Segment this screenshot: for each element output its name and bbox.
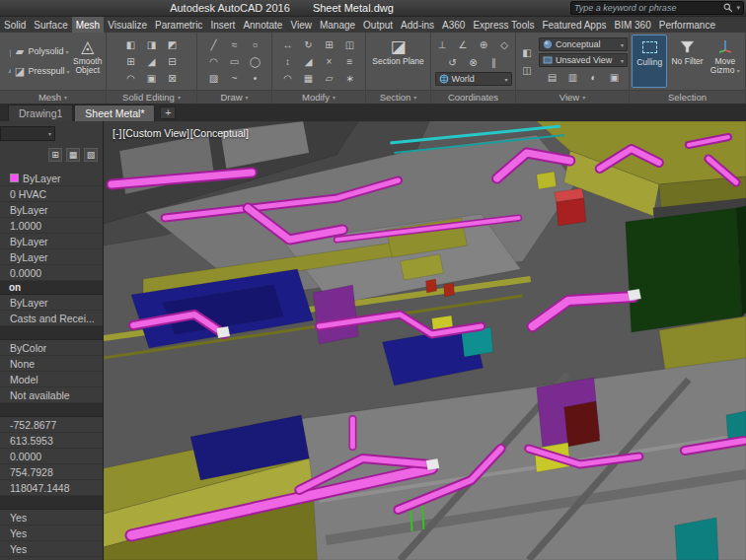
ribbon-tab-parametric[interactable]: Parametric — [151, 17, 206, 33]
extend-icon[interactable]: ≡ — [340, 53, 360, 69]
category-header[interactable] — [0, 496, 103, 510]
ribbon-tab-annotate[interactable]: Annotate — [239, 17, 286, 33]
search-icon[interactable] — [723, 3, 733, 13]
property-row[interactable]: Not available — [0, 387, 103, 403]
interference-check-icon[interactable]: ⊠ — [163, 70, 183, 86]
rectangle-icon[interactable]: ▭ — [225, 53, 245, 69]
culling-button[interactable]: Culling — [632, 35, 667, 88]
ribbon-tab-visualize[interactable]: Visualize — [104, 17, 151, 33]
explode-icon[interactable]: ∗ — [340, 70, 360, 86]
ellipse-icon[interactable]: ◯ — [246, 53, 265, 69]
property-row[interactable]: Yes — [0, 541, 103, 557]
ribbon-tab-performance[interactable]: Performance — [655, 17, 719, 33]
ribbon-tab-insert[interactable]: Insert — [206, 17, 239, 33]
ribbon-tab-add-ins[interactable]: Add-ins — [397, 17, 438, 33]
rotate-icon[interactable]: ↻ — [299, 36, 319, 52]
property-row[interactable]: ByColor — [0, 340, 103, 356]
panel-label-view[interactable]: View ▾ — [516, 90, 629, 104]
stretch-icon[interactable]: ↕ — [278, 53, 298, 69]
search-input[interactable] — [574, 3, 720, 13]
shell-icon[interactable]: ▣ — [142, 70, 162, 86]
category-header[interactable]: on — [0, 281, 103, 295]
ribbon-tab-view[interactable]: View — [286, 17, 316, 33]
panel-label-coordinates[interactable]: Coordinates — [431, 90, 515, 104]
select-objects-icon[interactable]: ▦ — [66, 148, 80, 162]
property-row[interactable]: 118047.1448 — [0, 480, 103, 496]
panel-label-modify[interactable]: Modify ▾ — [272, 90, 365, 104]
hatch-icon[interactable]: ▨ — [204, 70, 224, 86]
ribbon-tab-surface[interactable]: Surface — [30, 17, 71, 33]
property-row[interactable]: ByLayer — [0, 249, 103, 265]
ribbon-tab-mesh[interactable]: Mesh — [72, 17, 104, 33]
property-row[interactable]: ByLayer — [0, 295, 103, 311]
smooth-object-button[interactable]: ◬ Smooth Object — [71, 35, 104, 88]
point-icon[interactable]: • — [246, 70, 265, 86]
property-row[interactable]: 1.0000 — [0, 218, 103, 234]
property-row[interactable]: 0.0000 — [0, 265, 103, 281]
intersect-icon[interactable]: ◩ — [163, 36, 183, 52]
mirror-icon[interactable]: ◫ — [340, 36, 360, 52]
ribbon-tab-output[interactable]: Output — [359, 17, 397, 33]
copy-icon[interactable]: ⊞ — [320, 36, 339, 52]
scale-icon[interactable]: ◢ — [299, 53, 319, 69]
viewport-style-control[interactable]: [Conceptual] — [190, 127, 249, 139]
panel-label-mesh[interactable]: Mesh ▾ — [0, 90, 106, 104]
array-icon[interactable]: ▦ — [299, 70, 319, 86]
ribbon-tab-a360[interactable]: A360 — [438, 17, 469, 33]
trim-icon[interactable]: × — [320, 53, 339, 69]
property-row-color[interactable]: ByLayer — [0, 171, 103, 186]
union-icon[interactable]: ◧ — [121, 36, 141, 52]
viewport-configuration-icon[interactable]: ◫ — [517, 62, 537, 78]
fillet-icon[interactable]: ◠ — [278, 70, 298, 86]
panel-label-solid-editing[interactable]: Solid Editing ▾ — [107, 90, 196, 104]
lights-icon[interactable]: ▣ — [605, 69, 625, 85]
spline-icon[interactable]: ~ — [225, 70, 245, 86]
property-row[interactable]: 754.7928 — [0, 464, 103, 480]
property-row[interactable]: Model — [0, 372, 103, 387]
ribbon-tab-express-tools[interactable]: Express Tools — [469, 17, 538, 33]
arc-icon[interactable]: ◠ — [204, 53, 224, 69]
offset-edges-icon[interactable]: ⊟ — [163, 53, 183, 69]
category-header[interactable] — [0, 403, 103, 417]
visual-styles-manager-icon[interactable]: ▤ — [543, 69, 562, 85]
property-row[interactable]: Yes — [0, 525, 103, 541]
property-row[interactable]: 0.0000 — [0, 449, 103, 464]
category-header[interactable] — [0, 326, 103, 340]
file-tab-sheet-metal[interactable]: Sheet Metal* — [74, 105, 155, 121]
ucs-previous-icon[interactable]: ∠ — [453, 36, 473, 52]
search-menu-chevron-icon[interactable]: ▾ — [736, 4, 740, 12]
property-row-layer[interactable]: 0 HVAC — [0, 186, 103, 202]
named-views-icon[interactable]: ◧ — [517, 44, 537, 60]
ucs-origin-icon[interactable]: ↺ — [443, 54, 463, 70]
drawing-viewport[interactable]: [-] [Custom View] [Conceptual] — [104, 121, 746, 560]
ucs-z-axis-icon[interactable]: ⊗ — [464, 54, 484, 70]
line-icon[interactable]: ╱ — [204, 36, 224, 52]
ucs-world-icon[interactable]: ⊕ — [474, 36, 493, 52]
ucs-view-icon[interactable]: ∥ — [485, 54, 504, 70]
toggle-pickadd-icon[interactable]: ⊞ — [48, 148, 62, 162]
ribbon-tab-manage[interactable]: Manage — [316, 17, 359, 33]
no-filter-button[interactable]: No Filter — [669, 35, 705, 88]
panel-label-selection[interactable]: Selection — [630, 90, 745, 104]
render-icon[interactable]: ▥ — [563, 69, 583, 85]
ribbon-tab-bim-360[interactable]: BIM 360 — [611, 17, 655, 33]
circle-icon[interactable]: ○ — [246, 36, 265, 52]
polysolid-button[interactable]: ▰ Polysolid ▾ — [13, 43, 69, 59]
viewport-view-control[interactable]: [Custom View] — [122, 127, 189, 139]
taper-faces-icon[interactable]: ◢ — [142, 53, 162, 69]
move-gizmo-button[interactable]: Move Gizmo ▾ — [708, 35, 743, 88]
clipped-tool-icon[interactable]: ▮ — [2, 44, 11, 60]
property-row[interactable]: Casts and Recei... — [0, 311, 103, 326]
property-row[interactable]: 613.5953 — [0, 433, 103, 449]
panel-label-draw[interactable]: Draw ▾ — [197, 90, 271, 104]
clipped-tool-icon[interactable]: ▰ — [2, 62, 11, 78]
new-drawing-tab-button[interactable]: + — [160, 106, 176, 119]
panel-label-section[interactable]: Section ▾ — [366, 90, 430, 104]
presspull-button[interactable]: ◪ Presspull ▾ — [13, 63, 69, 79]
viewport-menu-control[interactable]: [-] — [112, 127, 121, 139]
section-plane-button[interactable]: ◪ Section Plane — [372, 35, 425, 88]
subtract-icon[interactable]: ◨ — [142, 36, 162, 52]
property-row[interactable]: -752.8677 — [0, 417, 103, 433]
quick-select-icon[interactable]: ▧ — [84, 148, 98, 162]
ucs-object-icon[interactable]: ◇ — [494, 36, 514, 52]
